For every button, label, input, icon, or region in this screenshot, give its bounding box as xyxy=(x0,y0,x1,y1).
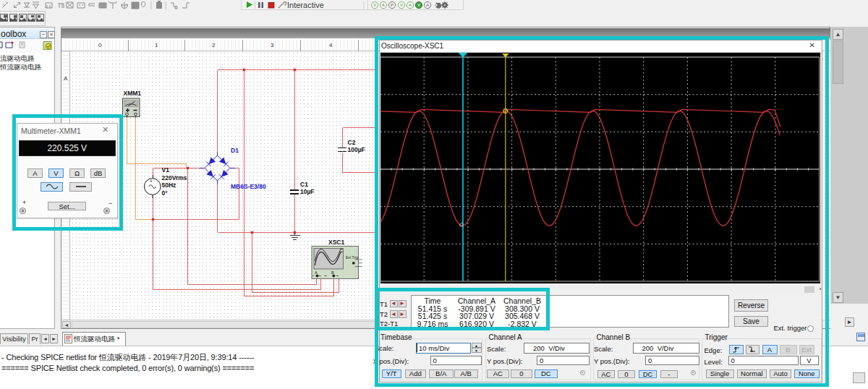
svg-text:220Vrms: 220Vrms xyxy=(162,174,187,181)
svg-text:XMM1: XMM1 xyxy=(124,90,142,97)
svg-text:100µF: 100µF xyxy=(348,146,365,153)
svg-text:C2: C2 xyxy=(348,139,356,146)
svg-text:10µF: 10µF xyxy=(300,188,315,195)
svg-text:XSC1: XSC1 xyxy=(328,239,344,246)
svg-text:Ext Trig: Ext Trig xyxy=(346,255,358,260)
svg-text:MB6S-E3/80: MB6S-E3/80 xyxy=(231,183,266,190)
svg-text:C1: C1 xyxy=(300,181,308,188)
svg-text:50Hz: 50Hz xyxy=(162,181,176,189)
svg-text:+: + xyxy=(150,179,153,184)
svg-text:B: B xyxy=(331,270,334,275)
svg-text:V1: V1 xyxy=(162,166,170,174)
svg-text:D1: D1 xyxy=(231,147,239,154)
svg-text:A: A xyxy=(315,270,318,275)
svg-text:0°: 0° xyxy=(162,189,169,197)
